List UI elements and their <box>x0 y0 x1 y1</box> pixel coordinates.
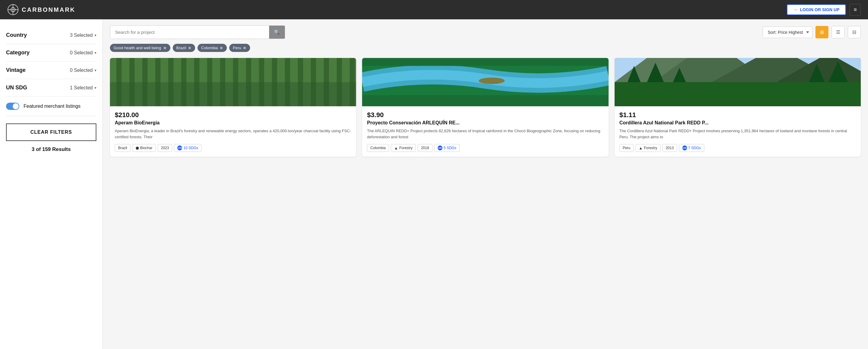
chip-peru-close[interactable]: ✕ <box>243 46 246 50</box>
sdg-badge-1: UN 10 SDGs <box>174 144 202 152</box>
chip-peru-label: Peru <box>233 45 241 50</box>
un-sdg-filter-value: 1 Selected ▾ <box>70 85 96 91</box>
project-card-3[interactable]: $1.11 Cordillera Azul National Park REDD… <box>615 58 861 157</box>
header: CARBONMARK → LOGIN OR SIGN UP ≡ <box>0 0 868 19</box>
sdg-icon: UN <box>177 146 182 150</box>
chip-sdg: Good health and well being ✕ <box>110 44 170 52</box>
list-view-button[interactable]: ☰ <box>832 26 845 38</box>
menu-button[interactable]: ≡ <box>849 4 861 16</box>
sdg-badge-2: UN 5 SDGs <box>434 144 460 152</box>
sidebar-item-country[interactable]: Country 3 Selected ▾ <box>6 27 96 44</box>
chip-sdg-label: Good health and well being <box>114 45 161 50</box>
featured-label: Featured merchant listings <box>24 103 81 109</box>
chip-sdg-close[interactable]: ✕ <box>163 46 167 50</box>
tag-biochar: ⬟ Biochar <box>132 144 156 152</box>
chip-colombia: Colombia ✕ <box>197 44 227 52</box>
tag-forestry-3: ▲ Forestry <box>636 144 660 152</box>
svg-rect-36 <box>615 82 861 106</box>
project-card-2[interactable]: $3.90 Proyecto Conservación ARLEQUÍN RE.… <box>362 58 608 157</box>
main-layout: Country 3 Selected ▾ Category 0 Selected… <box>0 19 868 349</box>
search-button[interactable]: 🔍 <box>269 26 285 39</box>
clear-filters-button[interactable]: CLEAR FILTERS <box>6 124 96 141</box>
featured-toggle-row: Featured merchant listings <box>6 97 96 116</box>
tag-year-2013: 2013 <box>662 144 677 152</box>
table-view-button[interactable]: ⊟ <box>848 26 861 38</box>
search-icon: 🔍 <box>274 30 280 35</box>
chip-brazil-close[interactable]: ✕ <box>188 46 191 50</box>
featured-toggle[interactable] <box>6 103 19 110</box>
card-tags-2: Colombia ▲ Forestry 2018 UN 5 SDGs <box>367 144 603 152</box>
card-desc-3: The Cordillera Azul National Park REDD+ … <box>619 128 856 140</box>
chip-peru: Peru ✕ <box>229 44 250 52</box>
content: 🔍 Sort: Price Highest Sort: Price Lowest… <box>103 19 868 349</box>
tag-year-2018: 2018 <box>418 144 433 152</box>
filter-chips: Good health and well being ✕ Brazil ✕ Co… <box>110 44 861 52</box>
logo-icon <box>7 4 19 15</box>
tag-peru: Peru <box>619 144 633 152</box>
logo: CARBONMARK <box>7 4 75 15</box>
biochar-icon: ⬟ <box>135 146 139 150</box>
forestry-icon: ▲ <box>394 146 398 150</box>
card-title-3: Cordillera Azul National Park REDD P... <box>619 120 856 126</box>
svg-rect-16 <box>246 58 251 106</box>
country-filter-label: Country <box>6 32 27 38</box>
card-title-2: Proyecto Conservación ARLEQUÍN RE... <box>367 120 603 126</box>
svg-rect-20 <box>298 58 303 106</box>
sdg-icon: UN <box>438 146 442 150</box>
login-icon: → <box>794 7 798 12</box>
svg-rect-28 <box>362 95 608 106</box>
chip-brazil: Brazil ✕ <box>173 44 195 52</box>
results-count: 3 of 159 Results <box>6 147 96 153</box>
svg-rect-6 <box>116 58 121 106</box>
login-button[interactable]: → LOGIN OR SIGN UP <box>787 4 846 15</box>
sort-select[interactable]: Sort: Price Highest Sort: Price Lowest S… <box>763 27 812 38</box>
sort-view-row: Sort: Price Highest Sort: Price Lowest S… <box>763 26 861 38</box>
card-body-1: $210.00 Aperam BioEnergia Aperam BioEner… <box>110 106 356 157</box>
chip-colombia-label: Colombia <box>201 45 218 50</box>
grid-icon: ⊞ <box>820 30 824 35</box>
sidebar-item-vintage[interactable]: Vintage 0 Selected ▾ <box>6 62 96 79</box>
svg-rect-14 <box>220 58 225 106</box>
card-body-3: $1.11 Cordillera Azul National Park REDD… <box>615 106 861 157</box>
svg-rect-11 <box>181 58 186 106</box>
project-card-1[interactable]: $210.00 Aperam BioEnergia Aperam BioEner… <box>110 58 356 157</box>
sidebar-item-category[interactable]: Category 0 Selected ▾ <box>6 44 96 62</box>
un-sdg-filter-label: UN SDG <box>6 85 27 91</box>
card-price-1: $210.00 <box>115 111 351 119</box>
tag-colombia: Colombia <box>367 144 389 152</box>
svg-rect-12 <box>194 58 199 106</box>
table-icon: ⊟ <box>852 30 856 35</box>
svg-rect-8 <box>142 58 147 106</box>
top-bar: 🔍 Sort: Price Highest Sort: Price Lowest… <box>110 25 861 39</box>
search-box: 🔍 <box>110 25 285 39</box>
svg-point-29 <box>479 77 505 84</box>
grid-view-button[interactable]: ⊞ <box>815 26 829 38</box>
chevron-down-icon: ▾ <box>95 51 96 55</box>
chevron-down-icon: ▾ <box>95 68 96 72</box>
sdg-badge-3: UN 7 SDGs <box>679 144 704 152</box>
forestry-icon: ▲ <box>639 146 643 150</box>
svg-rect-9 <box>155 58 160 106</box>
category-filter-value: 0 Selected ▾ <box>70 50 96 56</box>
hamburger-icon: ≡ <box>854 7 857 13</box>
logo-text: CARBONMARK <box>22 6 75 13</box>
svg-rect-23 <box>337 58 342 106</box>
vintage-filter-label: Vintage <box>6 67 26 73</box>
svg-rect-18 <box>272 58 277 106</box>
search-input[interactable] <box>110 26 269 38</box>
list-icon: ☰ <box>836 30 840 35</box>
chevron-down-icon: ▾ <box>95 86 96 90</box>
chip-colombia-close[interactable]: ✕ <box>220 46 223 50</box>
chip-brazil-label: Brazil <box>176 45 186 50</box>
card-body-2: $3.90 Proyecto Conservación ARLEQUÍN RE.… <box>362 106 608 157</box>
card-price-3: $1.11 <box>619 111 856 119</box>
card-tags-1: Brazil ⬟ Biochar 2023 UN 10 SDGs <box>115 144 351 152</box>
svg-rect-24 <box>350 58 355 106</box>
cards-grid: $210.00 Aperam BioEnergia Aperam BioEner… <box>110 58 861 157</box>
sidebar-item-un-sdg[interactable]: UN SDG 1 Selected ▾ <box>6 79 96 97</box>
svg-rect-13 <box>207 58 212 106</box>
chevron-down-icon: ▾ <box>95 33 96 37</box>
card-tags-3: Peru ▲ Forestry 2013 UN 7 SDGs <box>619 144 856 152</box>
card-image-2 <box>362 58 608 106</box>
country-filter-value: 3 Selected ▾ <box>70 33 96 38</box>
